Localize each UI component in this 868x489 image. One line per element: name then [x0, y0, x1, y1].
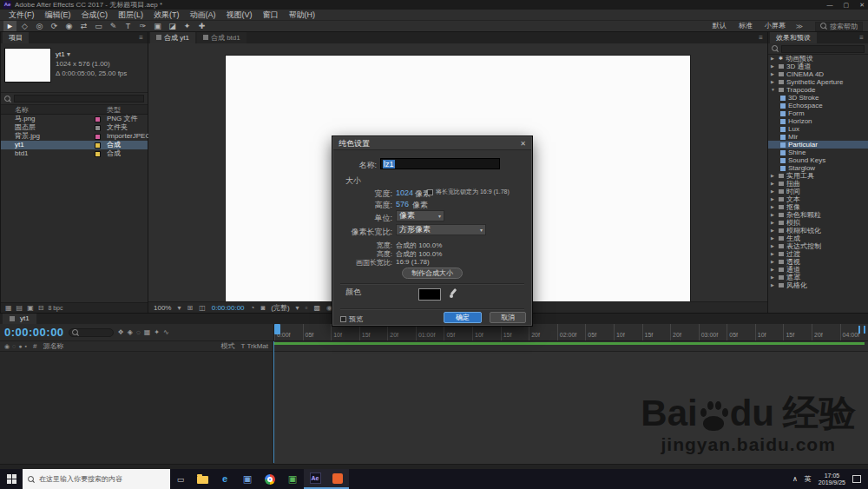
column-header-trkmat[interactable]: T TrkMat [241, 342, 268, 350]
expand-arrow-icon[interactable]: ▶ [771, 250, 776, 258]
taskbar-search[interactable]: 在这里输入你要搜索的内容 [23, 469, 170, 489]
project-search-input[interactable] [14, 95, 144, 102]
selection-tool-icon[interactable]: ► [3, 21, 16, 31]
column-header-type[interactable]: 类型 [107, 105, 121, 115]
project-bit-depth[interactable]: 8 bpc [48, 305, 62, 311]
new-composition-icon[interactable]: ▣ [27, 304, 34, 312]
color-swatch[interactable] [418, 288, 441, 301]
hide-shy-layers-icon[interactable]: ◌ [136, 328, 141, 336]
units-select[interactable]: 像素▾ [396, 210, 444, 221]
video-toggle-icon[interactable]: ◉ [4, 343, 10, 350]
eraser-tool-icon[interactable]: ◪ [166, 21, 179, 31]
width-value[interactable]: 1024 [396, 188, 413, 197]
close-icon[interactable]: ✕ [520, 137, 526, 149]
menu-item[interactable]: 视图(V) [221, 10, 258, 20]
wechat-app-icon[interactable]: ▣ [281, 469, 304, 489]
puppet-pin-tool-icon[interactable]: ✚ [195, 21, 208, 31]
effects-category[interactable]: ▶CINEMA 4D [768, 70, 868, 78]
snapshot-icon[interactable]: ◔ [251, 304, 255, 312]
workspace-overflow-button[interactable]: ≫ [796, 23, 803, 30]
roto-brush-tool-icon[interactable]: ✦ [181, 21, 194, 31]
browser-app-icon[interactable] [326, 469, 349, 489]
effects-category[interactable]: ▶杂色和颗粒 [768, 211, 868, 219]
effects-category[interactable]: ▶透视 [768, 258, 868, 266]
make-comp-size-button[interactable]: 制作合成大小 [402, 268, 463, 279]
effects-category[interactable]: ▼Trapcode [768, 86, 868, 94]
shape-tool-icon[interactable]: ▭ [92, 21, 105, 31]
menu-item[interactable]: 编辑(E) [40, 10, 76, 20]
zoom-menu-arrow-icon[interactable]: ▾ [177, 304, 181, 312]
height-value[interactable]: 576 [396, 200, 409, 208]
menu-item[interactable]: 图层(L) [113, 10, 148, 20]
expand-arrow-icon[interactable]: ▶ [771, 227, 776, 235]
panel-menu-icon[interactable]: ≡ [859, 34, 866, 42]
preview-comp-name[interactable]: yt1 [56, 50, 65, 58]
show-channel-icon[interactable]: ◙ [260, 304, 265, 312]
effects-category[interactable]: ▶抠像 [768, 203, 868, 211]
effects-category[interactable]: ▶模拟 [768, 219, 868, 227]
eyedropper-icon[interactable] [448, 288, 458, 299]
expand-arrow-icon[interactable]: ▶ [771, 172, 776, 180]
expand-arrow-icon[interactable]: ▶ [771, 281, 776, 289]
collapse-arrow-icon[interactable]: ▼ [771, 86, 776, 94]
rotation-tool-icon[interactable]: ⟳ [48, 21, 61, 31]
expand-arrow-icon[interactable]: ▶ [771, 188, 776, 195]
lock-aspect-checkbox[interactable]: 将长宽比锁定为 16:9 (1.78) [427, 188, 510, 196]
label-color-swatch[interactable] [95, 125, 101, 131]
effects-search[interactable] [768, 43, 868, 55]
pan-behind-tool-icon[interactable]: ⇄ [77, 21, 90, 31]
effects-category[interactable]: ▶扭曲 [768, 180, 868, 188]
menu-item[interactable]: 效果(T) [148, 10, 185, 20]
tab-project[interactable]: 项目 [3, 32, 29, 43]
menu-item[interactable]: 合成(C) [76, 10, 114, 20]
label-color-swatch[interactable] [95, 151, 101, 157]
resolution-setting[interactable]: (完整) [271, 303, 289, 313]
frame-blending-icon[interactable]: ▦ [144, 328, 151, 336]
ime-indicator[interactable]: 英 [805, 474, 812, 484]
tab-composition-yt1[interactable]: 合成 yt1 [150, 32, 195, 43]
clone-stamp-tool-icon[interactable]: ▣ [151, 21, 164, 31]
chevron-down-icon[interactable]: ▾ [67, 50, 70, 58]
ok-button[interactable]: 确定 [444, 312, 482, 323]
label-color-swatch[interactable] [95, 142, 101, 149]
workspace-tab[interactable]: 标准 [733, 21, 758, 31]
expand-arrow-icon[interactable]: ▶ [771, 242, 776, 250]
project-search[interactable] [1, 93, 148, 105]
effects-category[interactable]: ▶遮罩 [768, 274, 868, 281]
hand-tool-icon[interactable]: ◇ [18, 21, 31, 31]
dialog-titlebar[interactable]: 纯色设置 ✕ [333, 137, 531, 150]
camera-view-icon[interactable]: ◉ [326, 304, 332, 312]
work-area-bar[interactable] [273, 342, 865, 345]
menu-item[interactable]: 窗口 [258, 10, 284, 20]
menu-item[interactable]: 动画(A) [185, 10, 221, 20]
column-header-number[interactable]: # [33, 342, 36, 350]
audio-toggle-icon[interactable]: ◌ [12, 343, 16, 350]
effect-item[interactable]: Mir [768, 133, 868, 141]
project-column-headers[interactable]: 名称 类型 [1, 105, 148, 115]
composition-mini-flowchart-icon[interactable]: ❖ [118, 328, 124, 336]
expand-arrow-icon[interactable]: ▶ [771, 266, 776, 274]
track-lanes-area[interactable]: Bai du 经验 jingyan.baidu.com [273, 352, 868, 464]
task-view-icon[interactable]: ▭ [170, 469, 191, 489]
solo-toggle-icon[interactable]: ● [18, 343, 22, 350]
taskbar-clock[interactable]: 17:05 2019/9/25 [819, 472, 845, 486]
expand-arrow-icon[interactable]: ▶ [771, 219, 776, 227]
hidden-icons-chevron-icon[interactable]: ∧ [792, 475, 798, 483]
effects-search-input[interactable] [781, 45, 865, 53]
lock-toggle-icon[interactable]: ▪ [25, 343, 27, 350]
playhead-line[interactable] [273, 341, 274, 463]
label-color-swatch[interactable] [95, 116, 101, 122]
effects-category[interactable]: ▶✱动画预设 [768, 55, 868, 63]
label-color-swatch[interactable] [95, 134, 101, 140]
after-effects-icon[interactable]: Ae [304, 469, 326, 489]
workspace-tab[interactable]: 默认 [707, 21, 732, 31]
expand-arrow-icon[interactable]: ▶ [771, 258, 776, 266]
menu-item[interactable]: 帮助(H) [284, 10, 321, 20]
current-time-indicator[interactable] [274, 324, 280, 334]
effects-category[interactable]: ▶通道 [768, 266, 868, 274]
project-row[interactable]: yt1合成 [1, 141, 148, 149]
expand-arrow-icon[interactable]: ▶ [771, 235, 776, 242]
minimize-icon[interactable]: — [827, 2, 833, 9]
zoom-level[interactable]: 100% [154, 304, 171, 312]
effect-item[interactable]: Lux [768, 125, 868, 133]
